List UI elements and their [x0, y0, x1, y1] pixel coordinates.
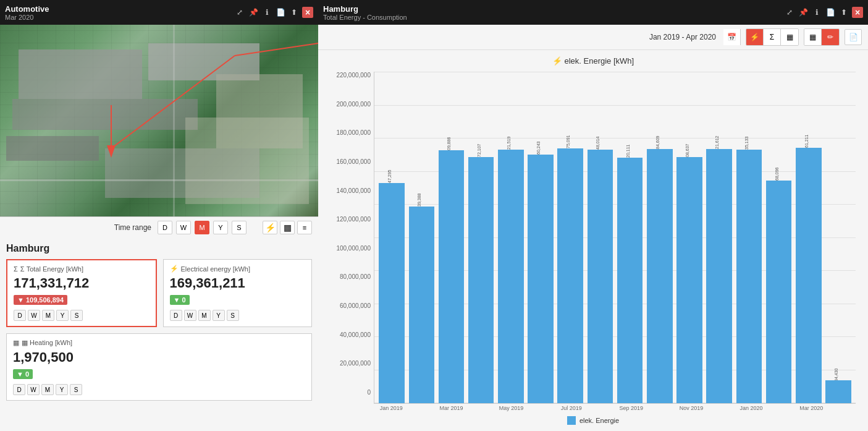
bar[interactable]	[468, 157, 494, 403]
ee-btn-d[interactable]: D	[170, 310, 182, 321]
left-panel-title-group: Automotive Mar 2020	[5, 4, 49, 21]
h-btn-y[interactable]: Y	[56, 384, 68, 395]
y-label-140: 140,000,000	[336, 187, 371, 194]
electrical-energy-value: 169,361,211	[170, 275, 306, 291]
time-btn-w[interactable]: W	[176, 221, 191, 234]
bar[interactable]	[796, 148, 822, 403]
ee-btn-m[interactable]: M	[198, 310, 211, 321]
bar[interactable]	[409, 207, 435, 403]
bar-wrapper[interactable]: 147,868,096	[764, 72, 793, 403]
left-panel-header-icons: ⤢ 📌 ℹ 📄 ⬆ ×	[234, 7, 313, 18]
h-btn-s[interactable]: S	[70, 384, 82, 395]
view-type-table[interactable]: ▦	[804, 29, 822, 45]
r-expand-icon[interactable]: ⤢	[784, 7, 795, 18]
pin-icon[interactable]: 📌	[248, 7, 259, 18]
h-btn-w[interactable]: W	[27, 384, 40, 395]
ee-btn-w[interactable]: W	[184, 310, 196, 321]
chart-type-grid[interactable]: ▦	[781, 29, 798, 45]
bar-wrapper[interactable]: 15,384,430	[824, 72, 853, 403]
te-btn-d[interactable]: D	[14, 310, 26, 321]
expand-icon[interactable]: ⤢	[234, 7, 245, 18]
chart-type-sigma[interactable]: Σ	[764, 29, 781, 45]
bar[interactable]	[498, 150, 524, 403]
time-range-label: Time range	[114, 223, 151, 232]
r-upload-icon[interactable]: ⬆	[838, 7, 849, 18]
y-label-0: 0	[367, 389, 371, 396]
ee-btn-y[interactable]: Y	[213, 310, 225, 321]
total-energy-time-btns: D W M Y S	[14, 310, 150, 321]
total-energy-value: 171,331,712	[14, 275, 150, 291]
calendar-btn[interactable]: 📅	[723, 29, 741, 45]
time-btn-s[interactable]: S	[232, 221, 246, 234]
bar[interactable]	[766, 181, 792, 403]
bar[interactable]	[528, 155, 554, 403]
bar[interactable]	[379, 183, 405, 403]
bar[interactable]	[676, 157, 702, 403]
bar-wrapper[interactable]: 168,421,519	[497, 72, 525, 403]
sigma-icon: Σ	[14, 265, 18, 273]
view-type-edit[interactable]: ✏	[822, 29, 839, 45]
bar-wrapper[interactable]: 167,709,886	[437, 72, 465, 403]
heating-time-btns: D W M Y S	[13, 384, 305, 395]
h-btn-d[interactable]: D	[13, 384, 25, 395]
time-btn-m[interactable]: M	[195, 221, 209, 234]
y-label-60: 60,000,000	[340, 302, 371, 309]
ee-btn-s[interactable]: S	[227, 310, 239, 321]
bar[interactable]	[706, 149, 732, 403]
bar-wrapper[interactable]: 146,047,295	[377, 72, 406, 403]
info-icon[interactable]: ℹ	[261, 7, 272, 18]
bar[interactable]	[439, 150, 465, 403]
h-btn-m[interactable]: M	[41, 384, 54, 395]
bar-wrapper[interactable]: 163,408,637	[675, 72, 704, 403]
bar-wrapper[interactable]: 169,275,091	[556, 72, 584, 403]
document-icon[interactable]: 📄	[275, 7, 286, 18]
x-label: Jul 2019	[557, 405, 586, 411]
r-close-button[interactable]: ×	[852, 7, 863, 18]
x-label	[407, 405, 436, 411]
bar-wrapper[interactable]: 168,884,609	[646, 72, 674, 403]
bar-wrapper[interactable]: 169,361,211	[794, 72, 823, 403]
close-button[interactable]: ×	[302, 7, 313, 18]
bar-wrapper[interactable]: 163,472,107	[467, 72, 495, 403]
view-icon-2[interactable]: ▦	[280, 221, 295, 234]
bar[interactable]	[647, 149, 673, 403]
electrical-energy-card: ⚡ Electrical energy [kWh] 169,361,211 ▼ …	[163, 259, 313, 327]
te-btn-y[interactable]: Y	[56, 310, 69, 321]
bar-wrapper[interactable]: 162,920,111	[616, 72, 644, 403]
time-range-bar: Time range D W M Y S ⚡ ▦ ≡	[0, 216, 318, 238]
view-icon-3[interactable]: ≡	[297, 221, 312, 234]
bar-wrapper[interactable]: 168,521,612	[705, 72, 733, 403]
chart-type-lightning[interactable]: ⚡	[746, 29, 764, 45]
te-btn-s[interactable]: S	[70, 310, 83, 321]
bar[interactable]	[617, 158, 643, 403]
time-btn-y[interactable]: Y	[213, 221, 228, 234]
x-label: May 2019	[497, 405, 526, 411]
heating-card: ▦ ▦ Heating [kWh] 1,970,500 ▼ 0 D W M Y …	[6, 333, 312, 401]
bar-wrapper[interactable]: 168,335,133	[735, 72, 763, 403]
view-icon-1[interactable]: ⚡	[263, 221, 277, 234]
bar[interactable]	[825, 380, 851, 403]
upload-icon[interactable]: ⬆	[289, 7, 300, 18]
chart-legend: elek. Energie	[331, 416, 856, 425]
bar-wrapper[interactable]: 165,160,243	[526, 72, 555, 403]
y-label-40: 40,000,000	[340, 331, 371, 338]
x-label: Jan 2020	[737, 405, 766, 411]
x-label	[587, 405, 616, 411]
bar-wrapper[interactable]: 130,339,388	[407, 72, 436, 403]
bar[interactable]	[736, 150, 762, 403]
bar[interactable]	[588, 150, 613, 403]
time-btn-d[interactable]: D	[158, 221, 172, 234]
electrical-energy-label: ⚡ Electrical energy [kWh]	[170, 265, 306, 273]
x-axis: Jan 2019Mar 2019May 2019Jul 2019Sep 2019…	[374, 404, 856, 411]
left-panel: Automotive Mar 2020 ⤢ 📌 ℹ 📄 ⬆ ×	[0, 0, 318, 431]
bar-wrapper[interactable]: 168,348,014	[586, 72, 614, 403]
export-btn[interactable]: 📄	[845, 29, 862, 45]
bar[interactable]	[557, 148, 583, 403]
badge-icon-down: ▼	[17, 296, 24, 304]
te-btn-w[interactable]: W	[28, 310, 40, 321]
r-info-icon[interactable]: ℹ	[811, 7, 822, 18]
r-document-icon[interactable]: 📄	[825, 7, 836, 18]
view-type-group: ▦ ✏	[804, 28, 840, 46]
r-pin-icon[interactable]: 📌	[798, 7, 809, 18]
te-btn-m[interactable]: M	[42, 310, 54, 321]
